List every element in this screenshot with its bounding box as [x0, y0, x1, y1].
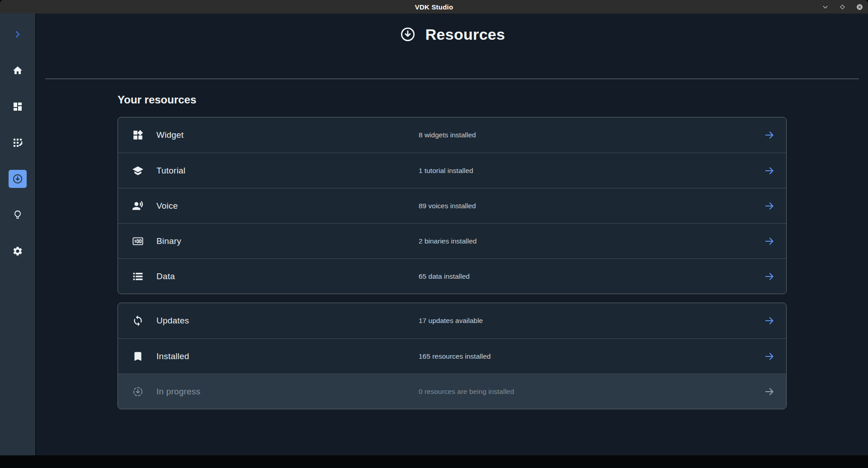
main-content: Resources Your resources Widget 8 widget…	[36, 14, 868, 455]
row-label: Data	[156, 271, 175, 281]
arrow-right-icon	[764, 386, 775, 398]
sidebar-item-resources[interactable]	[0, 161, 36, 197]
resources-card: Widget 8 widgets installed Tutorial 1 tu…	[118, 117, 787, 294]
dashboard-icon	[12, 101, 23, 112]
chevron-right-icon	[13, 29, 23, 39]
row-status: 2 binaries installed	[419, 237, 476, 245]
sidebar-item-settings[interactable]	[0, 233, 36, 269]
widgets-icon	[132, 129, 144, 141]
gear-icon	[12, 246, 23, 257]
sidebar-item-dashboard[interactable]	[0, 89, 36, 125]
row-voice[interactable]: Voice 89 voices installed	[118, 188, 786, 223]
page-header: Resources	[36, 22, 868, 47]
downloading-icon	[132, 386, 144, 398]
row-tutorial[interactable]: Tutorial 1 tutorial installed	[118, 153, 786, 188]
arrow-right-icon	[764, 235, 775, 247]
arrow-right-icon	[764, 129, 775, 141]
window-controls	[821, 0, 863, 14]
sidebar	[0, 14, 36, 455]
row-label: Voice	[156, 201, 178, 211]
row-label: Updates	[156, 316, 189, 326]
close-circle-icon	[856, 3, 863, 11]
sidebar-item-editor[interactable]	[0, 125, 36, 161]
row-label: Tutorial	[156, 166, 185, 176]
arrow-right-icon	[764, 315, 775, 327]
row-status: 0 resources are being installed	[419, 388, 514, 396]
row-in-progress[interactable]: In progress 0 resources are being instal…	[118, 374, 786, 409]
binary-box-icon	[132, 235, 144, 247]
header-divider	[45, 79, 859, 79]
section-heading: Your resources	[118, 94, 787, 106]
arrow-right-icon	[764, 351, 775, 362]
row-label: In progress	[156, 387, 200, 397]
row-label: Installed	[156, 351, 189, 361]
row-label: Binary	[156, 236, 181, 246]
minimize-button[interactable]	[821, 3, 829, 11]
row-binary[interactable]: Binary 2 binaries installed	[118, 223, 786, 258]
bookmark-icon	[132, 351, 144, 362]
row-label: Widget	[156, 130, 184, 140]
arrow-circle-down-icon	[12, 173, 24, 185]
home-icon	[12, 65, 23, 76]
row-installed[interactable]: Installed 165 resources installed	[118, 338, 786, 374]
arrow-right-icon	[764, 200, 775, 212]
storage-icon	[132, 271, 144, 282]
diamond-icon	[840, 5, 844, 9]
row-status: 1 tutorial installed	[419, 167, 473, 175]
row-status: 89 voices installed	[419, 202, 476, 210]
row-data[interactable]: Data 65 data installed	[118, 258, 786, 294]
sync-icon	[132, 315, 144, 327]
sidebar-expand-button[interactable]	[0, 16, 36, 52]
page-title: Resources	[425, 26, 505, 43]
row-status: 165 resources installed	[419, 352, 491, 360]
row-status: 8 widgets installed	[419, 131, 476, 139]
app-registration-icon	[12, 137, 23, 148]
row-status: 17 updates available	[419, 317, 483, 325]
voice-over-icon	[132, 200, 144, 212]
arrow-right-icon	[764, 271, 775, 282]
row-updates[interactable]: Updates 17 updates available	[118, 303, 786, 338]
close-button[interactable]	[856, 3, 863, 11]
maximize-button[interactable]	[839, 3, 846, 11]
sidebar-item-home[interactable]	[0, 52, 36, 89]
chevron-down-icon	[823, 6, 827, 8]
graduation-cap-icon	[132, 165, 144, 177]
bottom-strip	[0, 455, 868, 468]
window-title: VDK Studio	[415, 3, 453, 11]
row-widget[interactable]: Widget 8 widgets installed	[118, 117, 786, 153]
lightbulb-icon	[12, 210, 23, 220]
titlebar: VDK Studio	[0, 0, 868, 14]
arrow-right-icon	[764, 165, 775, 177]
sidebar-active-highlight	[9, 170, 27, 188]
arrow-circle-down-icon	[399, 26, 416, 43]
activity-card: Updates 17 updates available Installed 1…	[118, 303, 787, 409]
sidebar-item-tips[interactable]	[0, 197, 36, 233]
row-status: 65 data installed	[419, 272, 470, 281]
app-window: Resources Your resources Widget 8 widget…	[0, 14, 868, 455]
